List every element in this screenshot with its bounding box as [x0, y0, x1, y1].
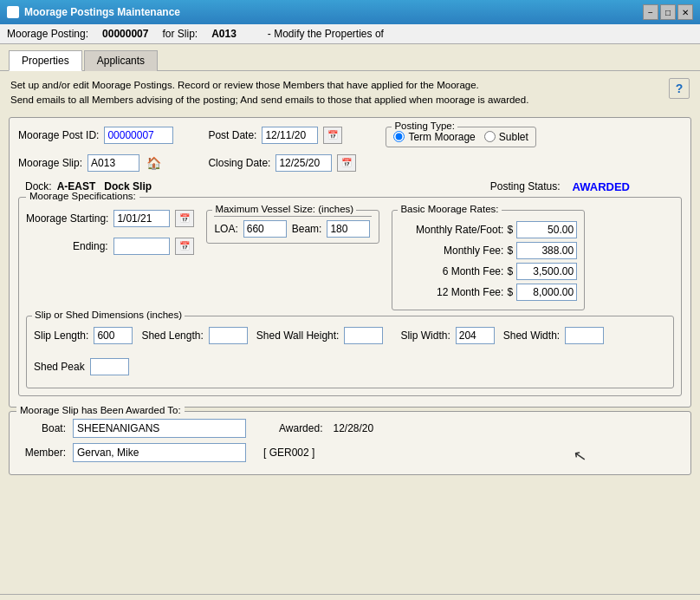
moorage-post-id-input[interactable] [104, 127, 173, 144]
slip-length-row: Slip Length: [34, 327, 133, 344]
six-month-dollar: $ [507, 265, 513, 277]
moorage-specs-group: Moorage Specifications: Moorage Starting… [18, 197, 682, 396]
moorage-specs-title: Moorage Specifications: [26, 191, 139, 201]
modify-label: - Modify the Properties of [268, 28, 384, 40]
shed-width-input[interactable] [565, 327, 604, 344]
ending-label: Ending: [26, 240, 108, 252]
twelve-month-label: 12 Month Fee: [399, 286, 503, 298]
twelve-month-dollar: $ [507, 286, 513, 298]
post-date-input[interactable] [262, 127, 318, 144]
member-row: Member: [ GER002 ] [18, 443, 682, 462]
member-label: Member: [18, 447, 66, 459]
form-container: Moorage Post ID: Moorage Slip: 🏠 Post Da… [9, 117, 691, 408]
tab-applicants[interactable]: Applicants [84, 50, 158, 71]
monthly-rate-label: Monthly Rate/Foot: [399, 224, 503, 236]
tab-properties[interactable]: Properties [9, 50, 82, 71]
posting-status-label: Posting Status: [490, 180, 561, 192]
loa-input[interactable] [243, 220, 287, 238]
starting-input[interactable] [113, 210, 170, 227]
shed-peak-label: Shed Peak [34, 361, 85, 373]
awarded-title: Moorage Slip has Been Awarded To: [16, 405, 185, 415]
monthly-fee-row: Monthly Fee: $ [399, 242, 577, 259]
basic-rates-group: Basic Moorage Rates: Monthly Rate/Foot: … [392, 210, 585, 310]
ending-calendar-button[interactable]: 📅 [175, 238, 194, 255]
monthly-rate-row: Monthly Rate/Foot: $ [399, 221, 577, 238]
moorage-post-id-label: Moorage Post ID: [18, 129, 99, 141]
shed-peak-row: Shed Peak [34, 358, 129, 375]
tabs-area: Properties Applicants [0, 44, 700, 71]
shed-peak-input[interactable] [90, 358, 129, 375]
shed-wall-height-input[interactable] [344, 327, 383, 344]
vessel-size-group: Maximum Vessel Size: (inches) LOA: Beam: [206, 210, 379, 244]
slip-icon: 🏠 [146, 156, 161, 170]
monthly-fee-dollar: $ [507, 245, 513, 257]
radio-term-moorage[interactable]: Term Moorage [393, 131, 475, 143]
moorage-post-id-row: Moorage Post ID: [18, 127, 173, 144]
closing-date-calendar-button[interactable]: 📅 [337, 154, 356, 172]
twelve-month-fee-row: 12 Month Fee: $ [399, 284, 577, 301]
shed-wall-height-label: Shed Wall Height: [256, 329, 340, 342]
monthly-fee-label: Monthly Fee: [399, 245, 503, 257]
ending-row: Ending: 📅 [26, 238, 194, 255]
starting-calendar-button[interactable]: 📅 [175, 210, 194, 227]
post-date-label: Post Date: [208, 129, 256, 141]
awarded-group: Moorage Slip has Been Awarded To: Boat: … [9, 411, 691, 475]
member-input[interactable] [73, 443, 246, 462]
description-area: Set up and/or edit Moorage Postings. Rec… [0, 71, 700, 114]
awarded-label: Awarded: [279, 422, 322, 434]
posting-type-group: Posting Type: Term Moorage Sublet [386, 127, 535, 147]
slip-width-label: Slip Width: [400, 329, 450, 342]
description-text: Set up and/or edit Moorage Postings. Rec… [10, 78, 528, 108]
posting-type-label: Posting Type: [392, 121, 457, 131]
restore-button[interactable]: □ [660, 4, 676, 20]
basic-rates-title: Basic Moorage Rates: [398, 204, 501, 214]
loa-label: LOA: [214, 223, 237, 235]
moorage-slip-input[interactable] [88, 154, 139, 172]
main-content: Properties Applicants Set up and/or edit… [0, 44, 700, 594]
shed-width-label: Shed Width: [503, 329, 560, 342]
six-month-input[interactable] [516, 263, 577, 280]
close-button[interactable]: ✕ [677, 4, 693, 20]
beam-label: Beam: [292, 223, 322, 235]
buttons-area: Email Posting to All Members Mark Postin… [0, 594, 700, 600]
awarded-date: 12/28/20 [333, 422, 373, 434]
member-code: [ GER002 ] [263, 447, 314, 459]
beam-input[interactable] [327, 220, 370, 238]
shed-title: Slip or Shed Dimensions (inches) [32, 310, 185, 320]
boat-label: Boat: [18, 422, 66, 434]
slip-width-row: Slip Width: [400, 327, 494, 344]
starting-label: Moorage Starting: [26, 212, 108, 225]
post-date-calendar-button[interactable]: 📅 [323, 127, 342, 144]
boat-input[interactable] [73, 419, 246, 438]
closing-date-input[interactable] [275, 154, 332, 172]
shed-length-input[interactable] [209, 327, 248, 344]
monthly-fee-input[interactable] [516, 242, 577, 259]
vessel-size-title: Maximum Vessel Size: (inches) [212, 204, 356, 214]
slip-width-input[interactable] [456, 327, 495, 344]
vessel-row: LOA: Beam: [214, 220, 372, 238]
starting-row: Moorage Starting: 📅 [26, 210, 194, 227]
ending-input[interactable] [113, 238, 170, 255]
app-icon [7, 6, 19, 18]
twelve-month-input[interactable] [516, 284, 577, 301]
post-date-row: Post Date: 📅 [208, 127, 356, 144]
shed-wall-height-row: Shed Wall Height: [256, 327, 384, 344]
shed-width-row: Shed Width: [503, 327, 604, 344]
monthly-rate-input[interactable] [516, 221, 577, 238]
boat-row: Boat: Awarded: 12/28/20 [18, 419, 682, 438]
slip-length-label: Slip Length: [34, 329, 88, 342]
moorage-slip-row: Moorage Slip: 🏠 [18, 154, 173, 172]
minimize-button[interactable]: − [643, 4, 658, 20]
for-slip-label: for Slip: [162, 28, 198, 40]
shed-length-label: Shed Length: [141, 329, 203, 342]
window-controls: − □ ✕ [643, 4, 693, 20]
radio-sublet[interactable]: Sublet [484, 131, 528, 143]
help-icon[interactable]: ? [669, 78, 690, 99]
moorage-posting-value: 00000007 [102, 28, 148, 40]
slip-value: A013 [211, 28, 237, 40]
slip-shed-group: Slip or Shed Dimensions (inches) Slip Le… [26, 316, 674, 388]
title-bar: Moorage Postings Maintenance − □ ✕ [0, 0, 700, 24]
header-bar: Moorage Posting: 00000007 for Slip: A013… [0, 24, 700, 44]
shed-length-row: Shed Length: [141, 327, 247, 344]
slip-length-input[interactable] [94, 327, 133, 344]
